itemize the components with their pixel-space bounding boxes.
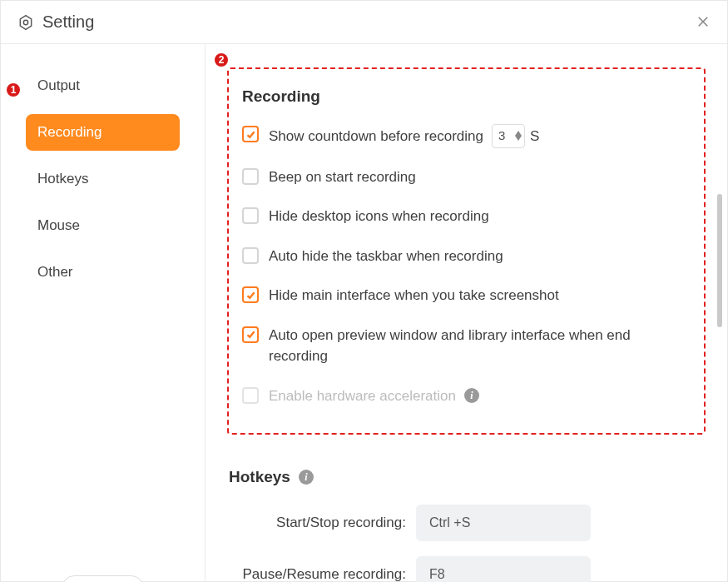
sidebar-item-label: Mouse <box>37 217 80 233</box>
checkbox-show-countdown[interactable] <box>242 126 259 142</box>
hotkey-label: Pause/Resume recording: <box>229 566 416 582</box>
titlebar: Setting <box>1 1 727 44</box>
checkbox-hide-main-interface-screenshot[interactable] <box>242 286 259 303</box>
option-auto-hide-taskbar: Auto hide the taskbar when recording <box>242 246 691 267</box>
annotation-badge-1: 1 <box>5 82 22 98</box>
checkbox-enable-hardware-accel <box>242 387 259 404</box>
sidebar-item-hotkeys[interactable]: Hotkeys <box>26 161 180 197</box>
sidebar-item-label: Output <box>37 77 80 93</box>
sidebar-item-label: Recording <box>37 124 102 140</box>
hotkey-row-start-stop: Start/Stop recording: Ctrl +S <box>229 505 704 541</box>
option-hide-desktop-icons: Hide desktop icons when recording <box>242 206 691 227</box>
sidebar-item-mouse[interactable]: Mouse <box>26 207 180 244</box>
svg-point-1 <box>23 20 27 24</box>
section-title-recording: Recording <box>242 87 691 106</box>
option-label: Enable hardware acceleration i <box>269 386 479 407</box>
option-show-countdown: Show countdown before recording 3 S <box>242 124 691 148</box>
countdown-seconds-input[interactable]: 3 <box>492 124 525 148</box>
info-icon[interactable]: i <box>464 388 479 403</box>
option-label: Hide main interface when you take screen… <box>269 285 559 306</box>
checkbox-auto-hide-taskbar[interactable] <box>242 247 259 264</box>
checkbox-beep-start[interactable] <box>242 168 259 185</box>
option-label: Show countdown before recording 3 S <box>269 124 539 148</box>
hotkey-row-pause-resume: Pause/Resume recording: F8 <box>229 556 704 582</box>
option-hide-main-interface-screenshot: Hide main interface when you take screen… <box>242 285 691 306</box>
sidebar: Output Recording Hotkeys Mouse Other Res… <box>1 44 206 582</box>
settings-hex-icon <box>17 14 34 31</box>
annotation-badge-2: 2 <box>213 52 230 68</box>
window-title: Setting <box>42 12 94 32</box>
sidebar-item-recording[interactable]: Recording <box>26 114 180 151</box>
svg-marker-0 <box>20 15 31 29</box>
section-title-hotkeys: Hotkeys i <box>229 468 704 486</box>
option-label: Auto hide the taskbar when recording <box>269 246 503 267</box>
option-beep-start: Beep on start recording <box>242 167 691 188</box>
close-icon[interactable] <box>696 14 711 29</box>
sidebar-item-label: Hotkeys <box>37 171 88 187</box>
option-label: Beep on start recording <box>269 167 416 188</box>
svg-marker-5 <box>515 136 522 141</box>
hotkey-field-start-stop[interactable]: Ctrl +S <box>416 505 591 541</box>
info-icon[interactable]: i <box>299 470 314 485</box>
checkbox-hide-desktop-icons[interactable] <box>242 207 259 224</box>
sidebar-item-output[interactable]: Output <box>26 67 180 104</box>
option-label: Hide desktop icons when recording <box>269 206 489 227</box>
sidebar-item-other[interactable]: Other <box>26 254 180 291</box>
sidebar-item-label: Other <box>37 264 73 280</box>
option-enable-hardware-accel: Enable hardware acceleration i <box>242 386 691 407</box>
hotkey-label: Start/Stop recording: <box>229 515 416 531</box>
stepper-icon[interactable] <box>515 131 522 141</box>
checkbox-auto-open-preview[interactable] <box>242 326 259 343</box>
content-area: Recording Show countdown before recordin… <box>206 44 727 582</box>
option-label: Auto open preview window and library int… <box>269 325 691 367</box>
hotkey-field-pause-resume[interactable]: F8 <box>416 556 591 582</box>
recording-section-highlight: Recording Show countdown before recordin… <box>227 67 706 435</box>
scrollbar[interactable] <box>717 194 722 327</box>
option-auto-open-preview: Auto open preview window and library int… <box>242 325 691 367</box>
reset-button[interactable]: Reset <box>62 575 144 582</box>
